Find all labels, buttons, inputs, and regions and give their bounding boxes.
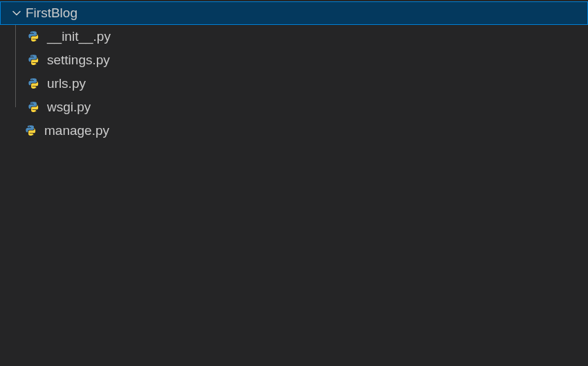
indent-guide bbox=[15, 72, 16, 95]
file-label: manage.py bbox=[44, 123, 109, 138]
file-label: settings.py bbox=[47, 53, 110, 68]
file-label: urls.py bbox=[47, 76, 86, 91]
python-file-icon bbox=[24, 123, 39, 138]
file-row-urls[interactable]: urls.py bbox=[0, 72, 588, 95]
folder-label: FirstBlog bbox=[26, 6, 77, 21]
folder-row-firstblog[interactable]: FirstBlog bbox=[0, 1, 588, 25]
indent-guide bbox=[15, 48, 16, 72]
file-row-manage[interactable]: manage.py bbox=[0, 119, 588, 143]
python-file-icon bbox=[26, 100, 42, 115]
file-row-settings[interactable]: settings.py bbox=[0, 48, 588, 72]
file-explorer-tree: FirstBlog __init__.py settings.py bbox=[0, 0, 588, 366]
indent-guide bbox=[15, 25, 16, 48]
python-file-icon bbox=[26, 53, 42, 68]
file-label: wsgi.py bbox=[47, 100, 91, 115]
chevron-down-icon bbox=[9, 6, 24, 21]
file-row-init[interactable]: __init__.py bbox=[0, 25, 588, 48]
python-file-icon bbox=[26, 76, 42, 91]
file-label: __init__.py bbox=[47, 29, 111, 44]
python-file-icon bbox=[26, 29, 42, 44]
indent-guide bbox=[15, 95, 16, 107]
file-row-wsgi[interactable]: wsgi.py bbox=[0, 95, 588, 119]
